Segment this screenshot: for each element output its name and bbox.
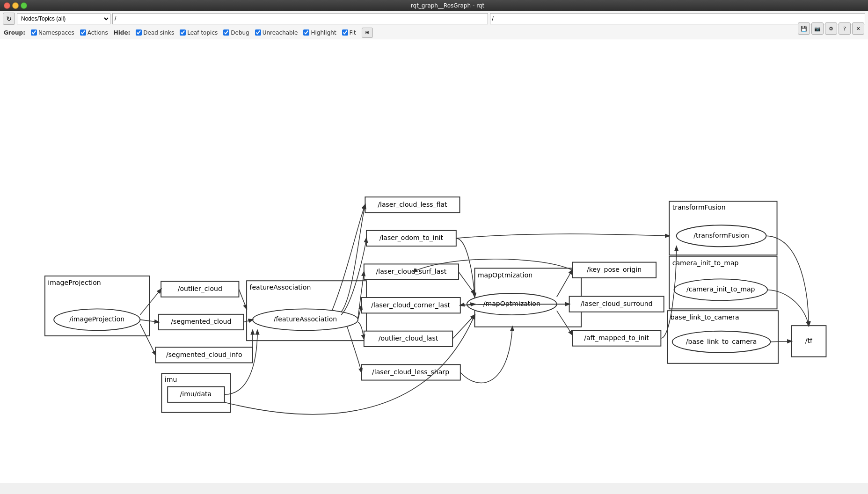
namespaces-label: Namespaces [38, 29, 74, 36]
mapOptmization-ellipse-label: /mapOptmization [483, 300, 540, 307]
transformFusion-group-label: transformFusion [672, 203, 726, 211]
help-button[interactable]: ? [839, 22, 851, 35]
debug-checkbox[interactable] [223, 29, 229, 36]
refresh-button[interactable]: ↻ [3, 13, 15, 25]
leaf-topics-checkbox-group[interactable]: Leaf topics [180, 29, 218, 36]
fit-checkbox[interactable] [342, 29, 348, 36]
filter-input-1[interactable] [112, 13, 488, 24]
leaf-topics-checkbox[interactable] [180, 29, 186, 36]
dead-sinks-checkbox-group[interactable]: Dead sinks [136, 29, 174, 36]
base-link-to-camera-group-label: base_link_to_camera [671, 313, 739, 321]
dead-sinks-label: Dead sinks [143, 29, 174, 36]
laser-odom-to-init-label: /laser_odom_to_init [379, 234, 444, 241]
imu-group-label: imu [165, 376, 177, 383]
edge-laser-odom-transformFusion [456, 234, 669, 238]
featureAssociation-ellipse-label: /featureAssociation [274, 315, 337, 323]
options-bar: Group: Namespaces Actions Hide: Dead sin… [0, 26, 868, 39]
namespaces-checkbox-group[interactable]: Namespaces [31, 29, 74, 36]
close-window-button[interactable]: ✕ [852, 22, 864, 35]
toolbar: ↻ Nodes/Topics (all) Nodes only Topics o… [0, 11, 868, 26]
top-right-buttons: 💾 📷 ⚙ ? ✕ [798, 22, 864, 35]
laser-cloud-corner-last-label: /laser_cloud_corner_last [371, 301, 450, 309]
edge-outlier-cloud-featureAssociation [239, 289, 247, 309]
segmented-cloud-label: /segmented_cloud [171, 318, 231, 325]
segmented-cloud-info-label: /segmented_cloud_info [166, 351, 242, 358]
mapOptmization-group-label: mapOptmization [478, 271, 532, 279]
dead-sinks-checkbox[interactable] [136, 29, 142, 36]
view-mode-dropdown[interactable]: Nodes/Topics (all) Nodes only Topics onl… [17, 13, 110, 24]
edge-laser-less-sharp-mapOpt [460, 327, 512, 383]
featureAssociation-group-label: featureAssociation [249, 283, 311, 291]
fit-button[interactable]: ⊞ [362, 28, 373, 38]
maximize-button[interactable] [21, 2, 27, 9]
close-button[interactable] [4, 2, 10, 9]
save-button[interactable]: 💾 [798, 22, 810, 35]
highlight-checkbox[interactable] [303, 29, 309, 36]
screenshot-button[interactable]: 📷 [811, 22, 824, 35]
unreachable-label: Unreachable [263, 29, 298, 36]
highlight-checkbox-group[interactable]: Highlight [303, 29, 336, 36]
outlier-cloud-last-label: /outlier_cloud_last [379, 334, 438, 342]
window-title: rqt_graph__RosGraph - rqt [31, 2, 864, 9]
edge-outlier-cloud-last-mapOpt [452, 315, 474, 339]
laser-cloud-surround-label: /laser_cloud_surround [581, 300, 653, 307]
imageProjection-group-label: imageProjection [48, 279, 101, 286]
base-link-to-camera-ellipse-label: /base_link_to_camera [686, 338, 757, 345]
camera-init-to-map-group-label: camera_init_to_map [672, 259, 739, 267]
actions-checkbox[interactable] [80, 29, 86, 36]
settings-button[interactable]: ⚙ [825, 22, 837, 35]
key-pose-origin-label: /key_pose_origin [587, 266, 642, 273]
fit-checkbox-group[interactable]: Fit [342, 29, 356, 36]
leaf-topics-label: Leaf topics [187, 29, 218, 36]
tf-label: /tf [805, 337, 813, 344]
minimize-button[interactable] [12, 2, 19, 9]
unreachable-checkbox[interactable] [255, 29, 261, 36]
imageProjection-ellipse-label: /imageProjection [69, 315, 124, 323]
window-controls[interactable] [4, 2, 27, 9]
unreachable-checkbox-group[interactable]: Unreachable [255, 29, 298, 36]
actions-label: Actions [88, 29, 108, 36]
group-label: Group: [4, 29, 25, 36]
title-bar: rqt_graph__RosGraph - rqt [0, 0, 868, 11]
namespaces-checkbox[interactable] [31, 29, 37, 36]
canvas-area: imageProjection /imageProjection /outlie… [0, 39, 868, 483]
camera-init-to-map-ellipse-label: /camera_init_to_map [686, 285, 755, 293]
actions-checkbox-group[interactable]: Actions [80, 29, 108, 36]
outlier-cloud-label: /outlier_cloud [178, 285, 222, 292]
highlight-label: Highlight [311, 29, 336, 36]
debug-checkbox-group[interactable]: Debug [223, 29, 249, 36]
laser-cloud-less-sharp-label: /laser_cloud_less_sharp [372, 368, 449, 376]
imu-data-label: /imu/data [180, 390, 212, 398]
debug-label: Debug [231, 29, 249, 36]
aft-mapped-to-init-label: /aft_mapped_to_init [584, 334, 649, 341]
fit-label: Fit [350, 29, 356, 36]
laser-cloud-surf-last-label: /laser_cloud_surf_last [376, 268, 447, 275]
transformFusion-ellipse-label: /transformFusion [693, 232, 749, 239]
hide-label: Hide: [114, 29, 131, 36]
laser-cloud-less-flat-label: /laser_cloud_less_flat [378, 201, 447, 208]
